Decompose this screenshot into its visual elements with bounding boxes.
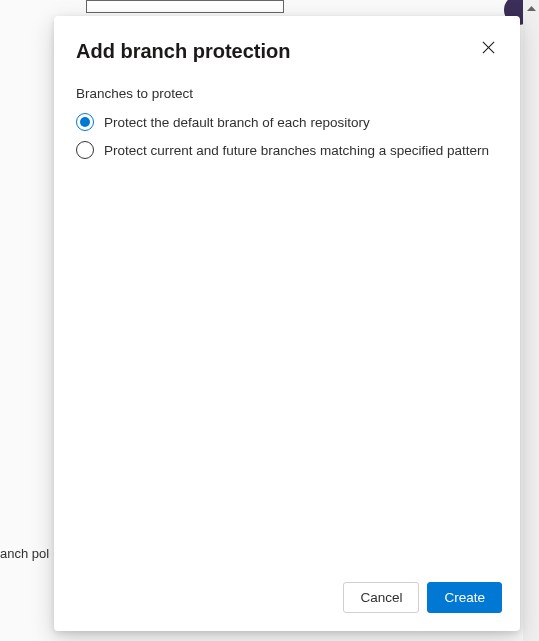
- create-button[interactable]: Create: [427, 582, 502, 613]
- radio-option-pattern[interactable]: Protect current and future branches matc…: [76, 141, 498, 159]
- dialog-footer: Cancel Create: [54, 568, 520, 631]
- radio-label: Protect current and future branches matc…: [104, 143, 489, 158]
- cancel-button[interactable]: Cancel: [343, 582, 419, 613]
- radio-option-default-branch[interactable]: Protect the default branch of each repos…: [76, 113, 498, 131]
- radio-label: Protect the default branch of each repos…: [104, 115, 370, 130]
- close-icon: [481, 40, 496, 58]
- backdrop-text-partial: anch pol: [0, 546, 49, 561]
- section-label: Branches to protect: [76, 86, 498, 101]
- radio-icon: [76, 113, 94, 131]
- dialog-title: Add branch protection: [76, 38, 290, 64]
- dialog-header: Add branch protection: [54, 16, 520, 64]
- scroll-up-icon[interactable]: [523, 0, 539, 16]
- scrollbar[interactable]: [523, 0, 539, 641]
- close-button[interactable]: [479, 38, 498, 60]
- radio-group-branches: Protect the default branch of each repos…: [76, 113, 498, 159]
- add-branch-protection-dialog: Add branch protection Branches to protec…: [54, 16, 520, 631]
- dialog-body: Branches to protect Protect the default …: [54, 64, 520, 568]
- radio-icon: [76, 141, 94, 159]
- backdrop-input-partial: [86, 0, 284, 13]
